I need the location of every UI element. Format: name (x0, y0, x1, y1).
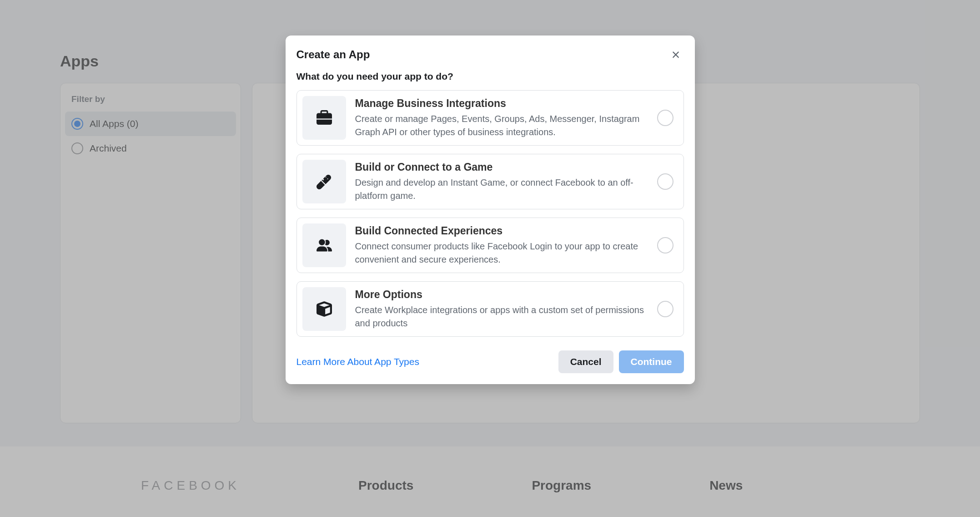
option-icon-wrap (302, 287, 346, 331)
cancel-button[interactable]: Cancel (558, 350, 613, 373)
cube-icon (317, 301, 332, 317)
close-icon (671, 50, 681, 60)
option-radio[interactable] (657, 301, 673, 317)
option-text: Build or Connect to a Game Design and de… (355, 161, 648, 203)
option-text: Build Connected Experiences Connect cons… (355, 225, 648, 266)
option-icon-wrap (302, 96, 346, 140)
option-icon-wrap (302, 223, 346, 267)
option-desc: Connect consumer products like Facebook … (355, 240, 648, 266)
option-radio[interactable] (657, 110, 673, 126)
option-title: More Options (355, 289, 648, 301)
option-connected-experiences[interactable]: Build Connected Experiences Connect cons… (297, 218, 684, 273)
option-business-integrations[interactable]: Manage Business Integrations Create or m… (297, 90, 684, 146)
option-radio[interactable] (657, 237, 673, 253)
modal-header: Create an App (286, 35, 695, 67)
option-text: Manage Business Integrations Create or m… (355, 97, 648, 139)
footer-buttons: Cancel Continue (558, 350, 684, 373)
option-title: Build Connected Experiences (355, 225, 648, 237)
create-app-modal: Create an App What do you need your app … (286, 35, 695, 384)
modal-subtitle: What do you need your app to do? (286, 67, 695, 90)
option-more-options[interactable]: More Options Create Workplace integratio… (297, 281, 684, 337)
modal-overlay[interactable]: Create an App What do you need your app … (0, 0, 980, 517)
learn-more-link[interactable]: Learn More About App Types (297, 356, 419, 367)
option-desc: Design and develop an Instant Game, or c… (355, 176, 648, 203)
option-title: Build or Connect to a Game (355, 161, 648, 173)
option-title: Manage Business Integrations (355, 97, 648, 110)
close-button[interactable] (668, 46, 684, 63)
option-game[interactable]: Build or Connect to a Game Design and de… (297, 154, 684, 209)
option-desc: Create or manage Pages, Events, Groups, … (355, 112, 648, 139)
app-type-options: Manage Business Integrations Create or m… (286, 90, 695, 337)
modal-footer: Learn More About App Types Cancel Contin… (286, 337, 695, 384)
briefcase-icon (317, 110, 332, 126)
continue-button[interactable]: Continue (619, 350, 684, 373)
option-desc: Create Workplace integrations or apps wi… (355, 304, 648, 330)
option-icon-wrap (302, 160, 346, 203)
option-text: More Options Create Workplace integratio… (355, 289, 648, 330)
users-icon (317, 238, 332, 253)
gamepad-icon (317, 174, 332, 189)
option-radio[interactable] (657, 173, 673, 190)
modal-title: Create an App (297, 48, 370, 61)
